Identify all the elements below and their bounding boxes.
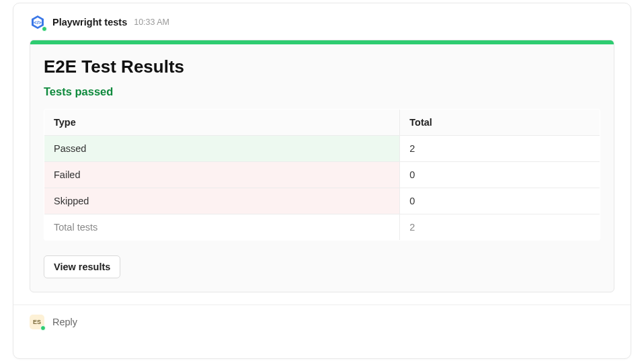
panel-subtitle: Tests passed: [44, 85, 600, 98]
cell-type: Skipped: [44, 188, 400, 214]
cell-type: Total tests: [44, 214, 400, 241]
table-row: Passed 2: [44, 136, 600, 162]
avatar-initials: ES: [33, 319, 41, 325]
results-panel: E2E Test Results Tests passed Type Total…: [30, 40, 614, 292]
table-row: Total tests 2: [44, 214, 600, 241]
view-results-button[interactable]: View results: [44, 255, 120, 278]
avatar[interactable]: ES: [30, 315, 44, 329]
reply-placeholder[interactable]: Reply: [52, 317, 77, 327]
app-name[interactable]: Playwright tests: [52, 17, 127, 28]
cell-total: 2: [400, 214, 600, 241]
playwright-app-icon[interactable]: </>: [30, 14, 46, 30]
cell-type: Passed: [44, 136, 400, 162]
reply-row[interactable]: ES Reply: [13, 305, 631, 339]
presence-dot: [40, 325, 46, 331]
message-card: </> Playwright tests 10:33 AM E2E Test R…: [13, 3, 631, 359]
col-header-total: Total: [400, 110, 600, 136]
table-row: Skipped 0: [44, 188, 600, 214]
table-row: Failed 0: [44, 162, 600, 188]
svg-text:</>: </>: [34, 19, 42, 26]
cell-total: 0: [400, 188, 600, 214]
cell-total: 0: [400, 162, 600, 188]
results-table: Type Total Passed 2 Failed 0 Skipped: [44, 109, 600, 241]
panel-title: E2E Test Results: [44, 56, 600, 77]
message-time[interactable]: 10:33 AM: [134, 17, 169, 27]
app-status-badge: [42, 26, 47, 32]
cell-type: Failed: [44, 162, 400, 188]
col-header-type: Type: [44, 110, 400, 136]
cell-total: 2: [400, 136, 600, 162]
message-header: </> Playwright tests 10:33 AM: [13, 3, 631, 40]
